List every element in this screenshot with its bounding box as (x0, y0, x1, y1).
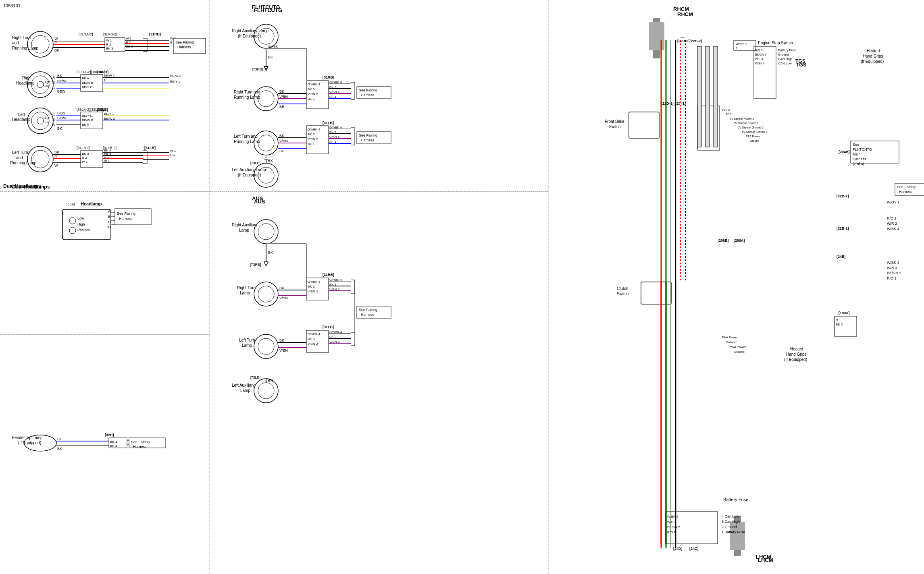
svg-text:A: A (108, 209, 110, 213)
svg-text:GY/BK 4: GY/BK 4 (308, 332, 320, 336)
svg-text:See Fairing: See Fairing (131, 440, 150, 444)
svg-text:BK 4: BK 4 (104, 149, 111, 152)
svg-text:BK    3: BK 3 (308, 285, 315, 288)
svg-text:BE: BE (279, 149, 284, 153)
svg-text:W/GY 1: W/GY 1 (736, 42, 747, 46)
svg-text:Running Lamp: Running Lamp (10, 161, 36, 165)
svg-text:Left Auxiliary Lamp: Left Auxiliary Lamp (232, 168, 266, 172)
svg-text:V/BN  2: V/BN 2 (329, 135, 340, 139)
svg-text:B: B (52, 118, 55, 122)
svg-text:BE/W B: BE/W B (82, 118, 93, 122)
svg-point-287 (258, 338, 274, 354)
svg-text:Low: Low (77, 216, 84, 220)
svg-text:GY/BK 4: GY/BK 4 (329, 81, 342, 84)
svg-point-138 (69, 227, 76, 234)
svg-text:BK: BK (268, 379, 273, 383)
svg-text:GY/BK 4: GY/BK 4 (329, 278, 342, 282)
svg-text:Front Bake: Front Bake (605, 119, 624, 124)
svg-text:FLHTCHTG: FLHTCHTG (853, 147, 872, 151)
svg-text:[31LA-2]: [31LA-2] (77, 146, 90, 150)
svg-text:R  2: R 2 (82, 156, 87, 160)
svg-rect-136 (62, 209, 111, 240)
svg-text:See Fairing: See Fairing (359, 133, 377, 137)
svg-text:R  2: R 2 (126, 41, 131, 44)
svg-text:W/R  3: W/R 3 (667, 520, 676, 524)
svg-text:B: B (108, 215, 110, 219)
svg-text:BK  A: BK A (82, 77, 89, 80)
svg-text:V/BN  2: V/BN 2 (308, 137, 318, 141)
svg-text:GY/BK 4: GY/BK 4 (308, 280, 320, 284)
svg-text:See Fairing: See Fairing (175, 40, 194, 44)
svg-text:BE/W B: BE/W B (82, 81, 93, 85)
svg-text:W  1: W 1 (104, 159, 110, 163)
svg-text:R/O  1: R/O 1 (887, 216, 897, 220)
svg-text:BE    1: BE 1 (308, 97, 315, 101)
svg-text:BK: BK (268, 251, 273, 255)
svg-text:BK 3: BK 3 (126, 45, 133, 48)
svg-text:BE/Y C: BE/Y C (82, 85, 92, 89)
svg-text:Fender Tip Lamp: Fender Tip Lamp (12, 435, 43, 440)
svg-text:Running Lamp: Running Lamp (234, 95, 260, 99)
svg-text:BE/W: BE/W (57, 116, 67, 120)
svg-text:TGS 2: TGS 2 (722, 108, 730, 111)
svg-text:Right Turn: Right Turn (12, 35, 31, 40)
svg-text:Headlamp: Headlamp (12, 117, 31, 122)
svg-text:V/BN  2: V/BN 2 (308, 290, 318, 293)
svg-text:V/BN: V/BN (279, 296, 288, 300)
svg-text:Headlamp: Headlamp (16, 81, 35, 85)
svg-text:W/BK  4: W/BK 4 (755, 62, 765, 65)
svg-point-213 (258, 135, 274, 151)
svg-text:Right Auxiliary: Right Auxiliary (232, 223, 257, 227)
svg-text:W/BK 4: W/BK 4 (667, 515, 678, 518)
svg-text:Running Lamp: Running Lamp (12, 46, 38, 50)
svg-text:(If Equipped): (If Equipped) (238, 34, 261, 38)
svg-text:BE/Y C: BE/Y C (82, 114, 92, 118)
svg-point-183 (258, 91, 274, 107)
svg-text:TGS 1: TGS 1 (726, 113, 734, 116)
svg-text:[204B]: [204B] (839, 150, 850, 154)
svg-text:BK: BK (279, 286, 284, 290)
wiring-diagram-svg: Dual Headlamps Right Turn and Running La… (0, 0, 924, 574)
svg-text:See Fairing: See Fairing (359, 88, 377, 92)
svg-text:Ground: Ground (750, 139, 759, 142)
svg-text:W  1: W 1 (82, 160, 88, 164)
svg-text:V/BN  2: V/BN 2 (329, 90, 340, 94)
svg-text:Hand Grips: Hand Grips (786, 352, 807, 356)
flhtcutg-title: FLHTCUTG (252, 4, 280, 10)
svg-text:B: B (52, 81, 55, 85)
svg-point-77 (37, 118, 44, 124)
tgs-label: TGS (795, 58, 805, 64)
svg-text:BK: BK (57, 74, 62, 78)
svg-text:V/BN  2: V/BN 2 (308, 92, 318, 96)
svg-text:GY/BK: GY/BK (268, 45, 278, 48)
svg-text:W  1: W 1 (170, 149, 176, 153)
svg-text:[22B-2]: [22B-2] (837, 194, 849, 198)
svg-text:(2 of 3): (2 of 3) (853, 162, 864, 166)
svg-text:BK    3: BK 3 (329, 335, 337, 339)
svg-text:BK 2: BK 2 (110, 444, 117, 448)
svg-text:Switch: Switch (609, 124, 620, 129)
svg-text:Left: Left (18, 112, 25, 117)
svg-text:BK: BK (57, 447, 62, 451)
svg-text:BK/GN 2: BK/GN 2 (667, 525, 680, 529)
svg-text:R: R (54, 40, 57, 44)
svg-text:V/BN: V/BN (279, 139, 288, 143)
svg-text:Clutch: Clutch (617, 286, 628, 291)
svg-text:R/O   1: R/O 1 (755, 49, 762, 52)
svg-text:BK   2: BK 2 (836, 323, 843, 326)
svg-text:BK 3: BK 3 (82, 152, 89, 155)
svg-point-286 (254, 334, 278, 358)
svg-text:BE/Y 1: BE/Y 1 (104, 112, 114, 116)
svg-text:(If Equipped): (If Equipped) (238, 173, 261, 177)
svg-text:[24B]: [24B] (837, 255, 846, 259)
lhcm-label: LHCM (756, 554, 771, 560)
svg-text:R  2: R 2 (170, 153, 175, 157)
svg-text:5V Sensor Power 2: 5V Sensor Power 2 (730, 117, 754, 120)
svg-text:R: R (54, 154, 57, 158)
svg-text:BE    1: BE 1 (329, 140, 337, 144)
svg-text:Harness: Harness (361, 93, 375, 97)
svg-text:BK: BK (279, 134, 284, 138)
svg-text:See: See (853, 143, 859, 147)
svg-text:Ground: Ground (726, 340, 737, 344)
svg-text:5V Sensor Ground 1: 5V Sensor Ground 1 (742, 131, 768, 133)
